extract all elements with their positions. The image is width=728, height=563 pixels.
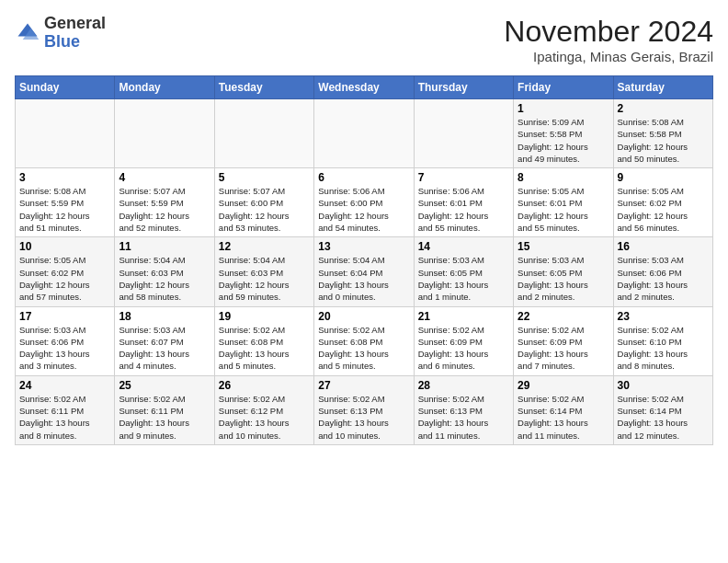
- day-number: 23: [618, 310, 709, 323]
- day-info: Sunrise: 5:03 AMSunset: 6:05 PMDaylight:…: [518, 254, 609, 303]
- day-info: Sunrise: 5:02 AMSunset: 6:08 PMDaylight:…: [318, 324, 409, 373]
- calendar-cell: [414, 99, 513, 168]
- weekday-header: Wednesday: [314, 76, 414, 99]
- day-info: Sunrise: 5:09 AMSunset: 5:58 PMDaylight:…: [518, 116, 609, 165]
- day-info: Sunrise: 5:02 AMSunset: 6:10 PMDaylight:…: [618, 324, 709, 373]
- day-info: Sunrise: 5:02 AMSunset: 6:12 PMDaylight:…: [219, 393, 310, 442]
- day-info: Sunrise: 5:02 AMSunset: 6:09 PMDaylight:…: [418, 324, 509, 373]
- day-info: Sunrise: 5:02 AMSunset: 6:11 PMDaylight:…: [119, 393, 210, 442]
- calendar-cell: 4Sunrise: 5:07 AMSunset: 5:59 PMDaylight…: [115, 168, 214, 237]
- day-info: Sunrise: 5:08 AMSunset: 5:58 PMDaylight:…: [618, 116, 709, 165]
- day-number: 21: [418, 310, 509, 323]
- day-info: Sunrise: 5:02 AMSunset: 6:09 PMDaylight:…: [518, 324, 609, 373]
- day-number: 17: [19, 310, 110, 323]
- day-number: 27: [318, 379, 409, 392]
- calendar-cell: [314, 99, 414, 168]
- weekday-header: Monday: [115, 76, 214, 99]
- weekday-header: Friday: [514, 76, 613, 99]
- calendar-cell: 25Sunrise: 5:02 AMSunset: 6:11 PMDayligh…: [115, 375, 214, 444]
- day-number: 18: [119, 310, 210, 323]
- logo-icon: [15, 20, 40, 46]
- calendar-cell: 27Sunrise: 5:02 AMSunset: 6:13 PMDayligh…: [314, 375, 414, 444]
- day-info: Sunrise: 5:06 AMSunset: 6:01 PMDaylight:…: [418, 185, 509, 234]
- weekday-header-row: SundayMondayTuesdayWednesdayThursdayFrid…: [16, 76, 713, 99]
- calendar-cell: 5Sunrise: 5:07 AMSunset: 6:00 PMDaylight…: [214, 168, 313, 237]
- title-block: November 2024 Ipatinga, Minas Gerais, Br…: [504, 15, 713, 64]
- calendar-table: SundayMondayTuesdayWednesdayThursdayFrid…: [15, 75, 713, 445]
- day-number: 20: [318, 310, 409, 323]
- day-number: 1: [518, 102, 609, 115]
- month-title: November 2024: [504, 15, 713, 49]
- calendar-cell: 8Sunrise: 5:05 AMSunset: 6:01 PMDaylight…: [514, 168, 613, 237]
- day-info: Sunrise: 5:07 AMSunset: 5:59 PMDaylight:…: [119, 185, 210, 234]
- day-info: Sunrise: 5:02 AMSunset: 6:13 PMDaylight:…: [318, 393, 409, 442]
- day-number: 10: [19, 240, 110, 253]
- day-number: 30: [618, 379, 709, 392]
- weekday-header: Sunday: [16, 76, 115, 99]
- calendar-cell: 30Sunrise: 5:02 AMSunset: 6:14 PMDayligh…: [613, 375, 712, 444]
- day-number: 9: [618, 171, 709, 184]
- calendar-cell: 28Sunrise: 5:02 AMSunset: 6:13 PMDayligh…: [414, 375, 513, 444]
- logo: General Blue: [15, 15, 106, 52]
- calendar-cell: 24Sunrise: 5:02 AMSunset: 6:11 PMDayligh…: [16, 375, 115, 444]
- day-number: 15: [518, 240, 609, 253]
- calendar-cell: [115, 99, 214, 168]
- day-info: Sunrise: 5:06 AMSunset: 6:00 PMDaylight:…: [318, 185, 409, 234]
- day-info: Sunrise: 5:02 AMSunset: 6:08 PMDaylight:…: [219, 324, 310, 373]
- weekday-header: Thursday: [414, 76, 513, 99]
- calendar-cell: [214, 99, 313, 168]
- day-info: Sunrise: 5:02 AMSunset: 6:11 PMDaylight:…: [19, 393, 110, 442]
- day-number: 2: [618, 102, 709, 115]
- day-info: Sunrise: 5:03 AMSunset: 6:05 PMDaylight:…: [418, 254, 509, 303]
- day-number: 11: [119, 240, 210, 253]
- day-info: Sunrise: 5:05 AMSunset: 6:02 PMDaylight:…: [19, 254, 110, 303]
- day-number: 29: [518, 379, 609, 392]
- calendar-cell: 15Sunrise: 5:03 AMSunset: 6:05 PMDayligh…: [514, 237, 613, 306]
- calendar-cell: 21Sunrise: 5:02 AMSunset: 6:09 PMDayligh…: [414, 306, 513, 375]
- calendar-cell: 3Sunrise: 5:08 AMSunset: 5:59 PMDaylight…: [16, 168, 115, 237]
- calendar-cell: 20Sunrise: 5:02 AMSunset: 6:08 PMDayligh…: [314, 306, 414, 375]
- calendar-cell: 11Sunrise: 5:04 AMSunset: 6:03 PMDayligh…: [115, 237, 214, 306]
- weekday-header: Saturday: [613, 76, 712, 99]
- calendar-cell: 7Sunrise: 5:06 AMSunset: 6:01 PMDaylight…: [414, 168, 513, 237]
- calendar-week-row: 1Sunrise: 5:09 AMSunset: 5:58 PMDaylight…: [16, 99, 713, 168]
- day-number: 14: [418, 240, 509, 253]
- day-info: Sunrise: 5:04 AMSunset: 6:03 PMDaylight:…: [219, 254, 310, 303]
- calendar-cell: 22Sunrise: 5:02 AMSunset: 6:09 PMDayligh…: [514, 306, 613, 375]
- day-info: Sunrise: 5:04 AMSunset: 6:04 PMDaylight:…: [318, 254, 409, 303]
- day-number: 12: [219, 240, 310, 253]
- day-number: 8: [518, 171, 609, 184]
- calendar-week-row: 24Sunrise: 5:02 AMSunset: 6:11 PMDayligh…: [16, 375, 713, 444]
- calendar-cell: 16Sunrise: 5:03 AMSunset: 6:06 PMDayligh…: [613, 237, 712, 306]
- day-info: Sunrise: 5:05 AMSunset: 6:02 PMDaylight:…: [618, 185, 709, 234]
- day-number: 7: [418, 171, 509, 184]
- day-number: 26: [219, 379, 310, 392]
- calendar-cell: 26Sunrise: 5:02 AMSunset: 6:12 PMDayligh…: [214, 375, 313, 444]
- day-number: 16: [618, 240, 709, 253]
- day-number: 22: [518, 310, 609, 323]
- calendar-cell: 12Sunrise: 5:04 AMSunset: 6:03 PMDayligh…: [214, 237, 313, 306]
- calendar-cell: 23Sunrise: 5:02 AMSunset: 6:10 PMDayligh…: [613, 306, 712, 375]
- calendar-week-row: 3Sunrise: 5:08 AMSunset: 5:59 PMDaylight…: [16, 168, 713, 237]
- day-info: Sunrise: 5:02 AMSunset: 6:14 PMDaylight:…: [518, 393, 609, 442]
- day-number: 19: [219, 310, 310, 323]
- day-number: 6: [318, 171, 409, 184]
- calendar-cell: 18Sunrise: 5:03 AMSunset: 6:07 PMDayligh…: [115, 306, 214, 375]
- weekday-header: Tuesday: [214, 76, 313, 99]
- day-number: 13: [318, 240, 409, 253]
- calendar-cell: 19Sunrise: 5:02 AMSunset: 6:08 PMDayligh…: [214, 306, 313, 375]
- calendar-week-row: 10Sunrise: 5:05 AMSunset: 6:02 PMDayligh…: [16, 237, 713, 306]
- page-header: General Blue November 2024 Ipatinga, Min…: [15, 15, 713, 64]
- location: Ipatinga, Minas Gerais, Brazil: [504, 49, 713, 64]
- day-number: 4: [119, 171, 210, 184]
- calendar-cell: 1Sunrise: 5:09 AMSunset: 5:58 PMDaylight…: [514, 99, 613, 168]
- calendar-cell: 13Sunrise: 5:04 AMSunset: 6:04 PMDayligh…: [314, 237, 414, 306]
- calendar-cell: 29Sunrise: 5:02 AMSunset: 6:14 PMDayligh…: [514, 375, 613, 444]
- day-number: 25: [119, 379, 210, 392]
- day-info: Sunrise: 5:02 AMSunset: 6:14 PMDaylight:…: [618, 393, 709, 442]
- day-number: 5: [219, 171, 310, 184]
- calendar-week-row: 17Sunrise: 5:03 AMSunset: 6:06 PMDayligh…: [16, 306, 713, 375]
- calendar-cell: [16, 99, 115, 168]
- day-info: Sunrise: 5:02 AMSunset: 6:13 PMDaylight:…: [418, 393, 509, 442]
- day-info: Sunrise: 5:07 AMSunset: 6:00 PMDaylight:…: [219, 185, 310, 234]
